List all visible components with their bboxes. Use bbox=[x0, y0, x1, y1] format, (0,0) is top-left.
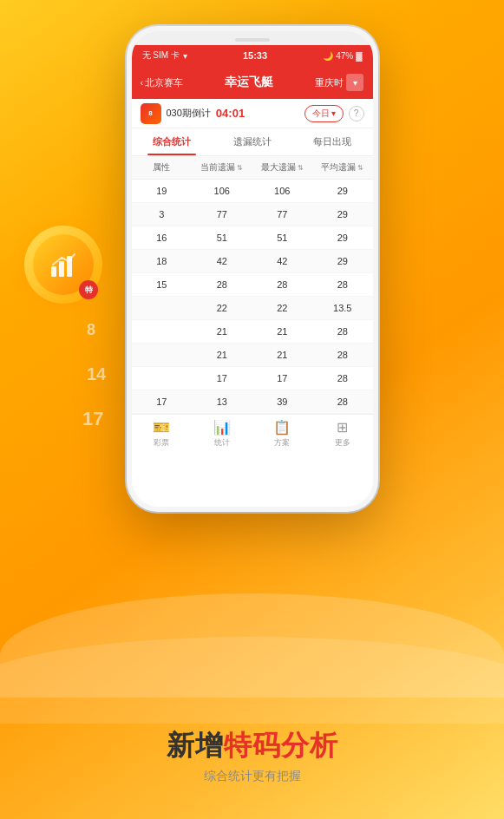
td-avg: 28 bbox=[312, 390, 373, 413]
data-table: 属性 当前遗漏 ⇅ 最大遗漏 ⇅ 平均遗漏 ⇅ 19 bbox=[132, 156, 373, 414]
td-attr: 18 bbox=[132, 250, 193, 272]
today-label: 今日 bbox=[312, 108, 330, 120]
td-max: 77 bbox=[252, 203, 313, 226]
td-current: 13 bbox=[192, 390, 252, 413]
td-avg: 28 bbox=[312, 320, 373, 343]
period-text: 030期倒计 bbox=[167, 107, 211, 120]
help-icon: ? bbox=[354, 108, 359, 118]
status-bar: 无 SIM 卡 ▾ 15:33 🌙 47% ▓ bbox=[132, 45, 373, 66]
tab-comprehensive[interactable]: 综合统计 bbox=[132, 128, 213, 155]
battery-icon: ▓ bbox=[356, 51, 362, 61]
main-title: 新增特码分析 bbox=[0, 727, 504, 765]
td-max: 21 bbox=[252, 344, 313, 366]
td-avg: 28 bbox=[312, 273, 373, 296]
td-attr: 17 bbox=[132, 390, 193, 413]
svg-rect-1 bbox=[59, 261, 64, 277]
nav-back-button[interactable]: ‹ 北京赛车 bbox=[141, 76, 184, 89]
td-current: 106 bbox=[192, 180, 252, 202]
table-row: 18 42 42 29 bbox=[132, 250, 373, 273]
bottom-nav-stats[interactable]: 📊 统计 bbox=[192, 419, 252, 449]
badge-circle: 特 bbox=[24, 226, 102, 304]
today-button[interactable]: 今日 ▾ bbox=[304, 105, 344, 122]
lottery-icon: 🎫 bbox=[153, 419, 170, 436]
tab-missing[interactable]: 遗漏统计 bbox=[212, 128, 292, 155]
today-dropdown-icon: ▾ bbox=[331, 108, 336, 118]
td-max: 21 bbox=[252, 320, 313, 343]
td-avg: 29 bbox=[312, 226, 373, 249]
battery-label: 47% bbox=[336, 51, 353, 61]
main-title-prefix: 新增 bbox=[167, 730, 224, 761]
sub-title: 综合统计更有把握 bbox=[0, 769, 504, 784]
bg-wave2 bbox=[0, 637, 504, 724]
table-row: 21 21 28 bbox=[132, 320, 373, 344]
td-avg: 28 bbox=[312, 344, 373, 366]
table-row: 15 28 28 28 bbox=[132, 273, 373, 297]
status-time: 15:33 bbox=[243, 50, 267, 61]
deco-number-1: 8 bbox=[87, 321, 95, 339]
td-current: 17 bbox=[192, 367, 252, 390]
td-attr bbox=[132, 344, 193, 366]
deco-number-3: 17 bbox=[82, 408, 103, 430]
nav-bar: ‹ 北京赛车 幸运飞艇 重庆时 ▾ bbox=[132, 66, 373, 99]
th-max[interactable]: 最大遗漏 ⇅ bbox=[252, 156, 313, 179]
table-row: 3 77 77 29 bbox=[132, 203, 373, 226]
table-row: 19 106 106 29 bbox=[132, 180, 373, 203]
td-max: 51 bbox=[252, 226, 313, 249]
td-max: 39 bbox=[252, 390, 313, 413]
table-row: 16 51 51 29 bbox=[132, 226, 373, 250]
table-row: 17 17 28 bbox=[132, 367, 373, 390]
help-button[interactable]: ? bbox=[349, 106, 364, 121]
th-avg[interactable]: 平均遗漏 ⇅ bbox=[312, 156, 373, 179]
status-left: 无 SIM 卡 ▾ bbox=[142, 49, 187, 62]
td-attr bbox=[132, 367, 193, 390]
countdown-timer: 04:01 bbox=[216, 107, 245, 120]
td-avg: 29 bbox=[312, 203, 373, 226]
table-header: 属性 当前遗漏 ⇅ 最大遗漏 ⇅ 平均遗漏 ⇅ bbox=[132, 156, 373, 180]
td-current: 51 bbox=[192, 226, 252, 249]
bottom-nav-plan[interactable]: 📋 方案 bbox=[252, 419, 313, 449]
table-row: 22 22 13.5 bbox=[132, 297, 373, 320]
nav-dropdown-icon[interactable]: ▾ bbox=[346, 74, 363, 91]
td-current: 21 bbox=[192, 344, 252, 366]
svg-rect-0 bbox=[51, 266, 56, 277]
bottom-text-section: 新增特码分析 综合统计更有把握 bbox=[0, 727, 504, 784]
th-attr: 属性 bbox=[132, 156, 193, 179]
th-current[interactable]: 当前遗漏 ⇅ bbox=[192, 156, 252, 179]
more-label: 更多 bbox=[335, 437, 350, 449]
moon-icon: 🌙 bbox=[323, 51, 333, 61]
carrier-label: 无 SIM 卡 bbox=[142, 49, 180, 62]
nav-right[interactable]: 重庆时 ▾ bbox=[315, 74, 363, 91]
phone-speaker bbox=[235, 38, 270, 42]
logo-badge: 8 bbox=[141, 103, 161, 124]
table-body: 19 106 106 29 3 77 77 29 16 51 51 29 18 … bbox=[132, 180, 373, 414]
td-max: 28 bbox=[252, 273, 313, 296]
td-current: 42 bbox=[192, 250, 252, 272]
td-avg: 28 bbox=[312, 367, 373, 390]
td-current: 21 bbox=[192, 320, 252, 343]
td-avg: 29 bbox=[312, 250, 373, 272]
phone-top-bar bbox=[132, 31, 373, 45]
td-avg: 13.5 bbox=[312, 297, 373, 319]
status-right: 🌙 47% ▓ bbox=[323, 51, 362, 61]
td-attr: 3 bbox=[132, 203, 193, 226]
bottom-nav: 🎫 彩票 📊 统计 📋 方案 ⊞ 更多 bbox=[132, 414, 373, 452]
td-attr: 19 bbox=[132, 180, 193, 202]
bottom-nav-lottery[interactable]: 🎫 彩票 bbox=[132, 419, 193, 449]
td-max: 42 bbox=[252, 250, 313, 272]
stats-icon: 📊 bbox=[213, 419, 231, 436]
td-attr bbox=[132, 320, 193, 343]
nav-title: 幸运飞艇 bbox=[225, 75, 273, 90]
wifi-icon: ▾ bbox=[183, 51, 187, 61]
lottery-label: 彩票 bbox=[154, 437, 169, 449]
badge-te-label: 特 bbox=[79, 280, 98, 299]
phone-frame: 无 SIM 卡 ▾ 15:33 🌙 47% ▓ ‹ 北京赛车 幸运飞艇 重 bbox=[127, 26, 378, 512]
deco-number-2: 14 bbox=[87, 364, 106, 384]
td-max: 22 bbox=[252, 297, 313, 319]
td-max: 106 bbox=[252, 180, 313, 202]
td-current: 22 bbox=[192, 297, 252, 319]
tab-daily[interactable]: 每日出现 bbox=[292, 128, 373, 155]
tab-bar: 综合统计 遗漏统计 每日出现 bbox=[132, 128, 373, 156]
td-attr: 16 bbox=[132, 226, 193, 249]
bottom-nav-more[interactable]: ⊞ 更多 bbox=[312, 419, 373, 449]
td-current: 28 bbox=[192, 273, 252, 296]
